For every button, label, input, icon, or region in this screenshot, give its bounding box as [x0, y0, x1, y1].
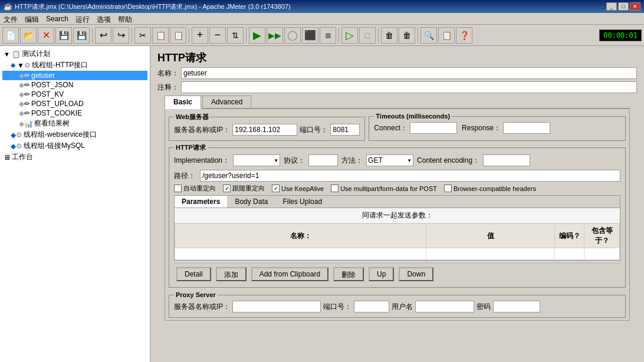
server-input[interactable]: [232, 124, 297, 136]
response-input[interactable]: [503, 122, 550, 134]
toggle-button[interactable]: ⇅: [227, 27, 244, 44]
checkbox-row: 自动重定向 跟随重定向 Use KeepAlive: [174, 184, 620, 193]
separator-6: [378, 28, 379, 43]
down-button[interactable]: Down: [399, 267, 433, 281]
auto-redirect-checkbox[interactable]: [174, 185, 182, 192]
tab-body-data[interactable]: Body Data: [228, 196, 275, 208]
close-button-tb[interactable]: ✕: [38, 27, 54, 44]
proxy-server-input[interactable]: [232, 301, 321, 312]
tree-item-thread-group[interactable]: ◆ ▼ ⚙ 线程组-HTTP接口: [2, 60, 147, 71]
webservice-diamond-icon: ◆: [11, 131, 16, 139]
keepalive-label: Use KeepAlive: [281, 185, 324, 192]
connect-input[interactable]: [410, 122, 457, 134]
multipart-item: Use multipart/form-data for POST: [331, 185, 437, 192]
open-button[interactable]: 📂: [20, 27, 37, 44]
tree-item-post-json[interactable]: ◆ ✏ POST_JSON: [2, 80, 147, 90]
tree-item-post-upload[interactable]: ◆ ✏ POST_UPLOAD: [2, 99, 147, 108]
path-input[interactable]: [200, 170, 620, 182]
save-button[interactable]: 💾: [55, 27, 72, 44]
view-results-icon: 📊: [24, 120, 33, 128]
clear-button[interactable]: 🗑: [381, 27, 397, 44]
tab-basic[interactable]: Basic: [165, 96, 201, 109]
form-section: 名称： 注释： Basic Advanced: [150, 67, 644, 321]
comment-input[interactable]: [181, 81, 637, 93]
paste-button[interactable]: 📋: [170, 27, 186, 44]
menu-options[interactable]: 选项: [93, 14, 114, 23]
stop-button[interactable]: ⬛: [302, 27, 318, 44]
add-button[interactable]: 添加: [216, 267, 247, 281]
expand-button[interactable]: +: [192, 27, 208, 44]
remote-stop-button[interactable]: □: [359, 27, 376, 44]
keepalive-checkbox[interactable]: [272, 185, 280, 192]
col-name: 名称：: [175, 224, 426, 248]
help-tb-button[interactable]: ❓: [456, 27, 472, 44]
minimize-button[interactable]: _: [606, 2, 617, 11]
view-results-diamond-icon: ◆: [19, 120, 24, 128]
tab-parameters[interactable]: Parameters: [175, 196, 228, 208]
maximize-button[interactable]: □: [618, 2, 629, 11]
encoding-label: Content encoding：: [417, 156, 479, 166]
name-input[interactable]: [181, 67, 637, 79]
tree-item-mysql-group[interactable]: ◆ ⚙ 线程组-链接MySQL: [2, 140, 147, 152]
tree-item-getuser[interactable]: ◆ ✏ getuser: [2, 71, 147, 80]
clear-all-button[interactable]: 🗑: [399, 27, 415, 44]
save-as-button[interactable]: 💾: [73, 27, 90, 44]
delete-button[interactable]: 删除: [333, 267, 364, 281]
menu-edit[interactable]: 编辑: [21, 14, 42, 23]
log-button[interactable]: 📋: [438, 27, 455, 44]
tree-item-test-plan[interactable]: ▼ 📋 测试计划: [2, 48, 147, 60]
port-input[interactable]: [330, 124, 360, 136]
proxy-port-input[interactable]: [354, 301, 389, 312]
new-button[interactable]: 📄: [2, 27, 19, 44]
collapse-button[interactable]: −: [209, 27, 226, 44]
encoding-input[interactable]: [483, 154, 530, 166]
follow-redirect-checkbox[interactable]: [223, 185, 231, 192]
tree-item-view-results[interactable]: ◆ 📊 察看结果树: [2, 118, 147, 129]
proxy-password-label: 密码: [477, 302, 491, 312]
implementation-dropdown[interactable]: ▼: [233, 154, 280, 166]
inner-tabs-section: Parameters Body Data Files Upload 同请求一起发…: [174, 195, 620, 261]
timeouts-fieldset: Timeouts (milliseconds) Connect： Respons…: [369, 113, 626, 141]
browser-headers-checkbox[interactable]: [444, 185, 452, 192]
copy-button[interactable]: 📋: [152, 27, 169, 44]
start-button[interactable]: ▶: [249, 27, 265, 44]
menu-help[interactable]: 帮助: [114, 14, 136, 23]
tree-item-webservice-group[interactable]: ◆ ⚙ 线程组-webservice接口: [2, 129, 147, 140]
tree-item-post-cookie[interactable]: ◆ ✏ POST_COOKIE: [2, 108, 147, 118]
protocol-input[interactable]: [308, 154, 338, 166]
web-server-legend: Web服务器: [174, 113, 211, 121]
add-clipboard-button[interactable]: Add from Clipboard: [251, 267, 328, 281]
menu-search[interactable]: Search: [42, 14, 72, 23]
detail-button[interactable]: Detail: [176, 267, 211, 281]
impl-row: Implementation： ▼ 协议： 方法： GET ▼: [174, 154, 620, 166]
tree-item-post-kv[interactable]: ◆ ✏ POST_KV: [2, 90, 147, 99]
search-tb-button[interactable]: 🔍: [420, 27, 437, 44]
web-server-fieldset: Web服务器 服务器名称或IP： 端口号：: [169, 113, 365, 141]
redo-button[interactable]: ↪: [113, 27, 129, 44]
validate-button[interactable]: ◯: [284, 27, 301, 44]
shutdown-button[interactable]: ⏹: [320, 27, 336, 44]
menu-run[interactable]: 运行: [72, 14, 93, 23]
path-row: 路径：: [174, 170, 620, 182]
close-button[interactable]: ✕: [630, 2, 640, 11]
tab-files-upload[interactable]: Files Upload: [275, 196, 330, 208]
mysql-icon: ⚙: [16, 142, 22, 150]
cell-encode: [555, 248, 584, 260]
cut-button[interactable]: ✂: [134, 27, 151, 44]
workbench-label: 工作台: [12, 152, 33, 162]
mysql-diamond-icon: ◆: [11, 142, 16, 150]
proxy-username-input[interactable]: [415, 301, 474, 312]
up-button[interactable]: Up: [369, 267, 394, 281]
start-no-pause-button[interactable]: ▶▶: [267, 27, 283, 44]
menu-file[interactable]: 文件: [0, 14, 21, 23]
getuser-label: getuser: [31, 71, 55, 80]
connect-label: Connect：: [374, 123, 408, 133]
method-dropdown[interactable]: GET ▼: [366, 154, 413, 166]
undo-button[interactable]: ↩: [95, 27, 111, 44]
multipart-label: Use multipart/form-data for POST: [340, 185, 437, 192]
proxy-password-input[interactable]: [493, 301, 540, 312]
tab-advanced[interactable]: Advanced: [202, 96, 251, 108]
remote-start-button[interactable]: ▷: [341, 27, 358, 44]
multipart-checkbox[interactable]: [331, 185, 339, 192]
tree-item-workbench[interactable]: 🖥 工作台: [2, 152, 147, 163]
